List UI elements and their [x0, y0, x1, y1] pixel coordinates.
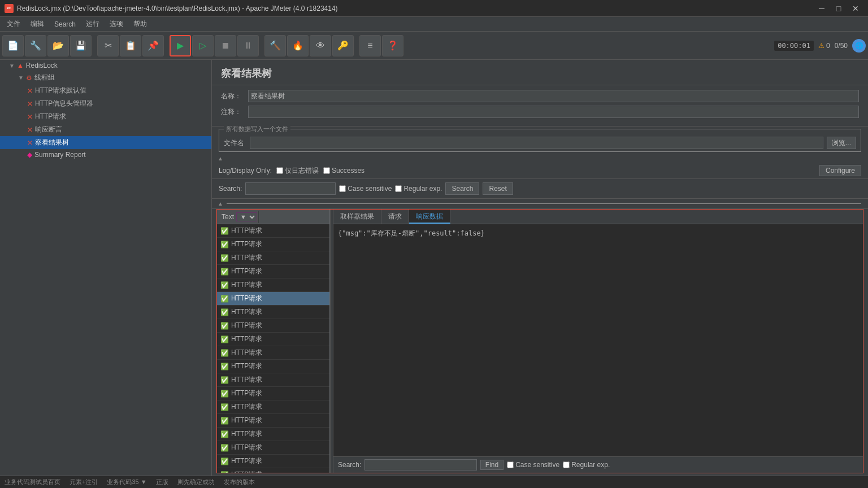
- key-button[interactable]: 🔑: [332, 35, 354, 56]
- menu-edit[interactable]: 编辑: [26, 18, 49, 30]
- result-item-1[interactable]: ✅ HTTP请求: [217, 238, 329, 251]
- sidebar-item-view-results[interactable]: ✕ 察看结果树: [0, 136, 211, 149]
- sidebar-item-redislock[interactable]: ▼ ▲ RedisLock: [0, 60, 211, 71]
- stop-button[interactable]: ⏹: [215, 35, 236, 56]
- status-text-5: 发布的版本: [224, 478, 255, 486]
- start-button[interactable]: ▶: [170, 35, 191, 56]
- menu-file[interactable]: 文件: [2, 18, 25, 30]
- result-item-2[interactable]: ✅ HTTP请求: [217, 251, 329, 265]
- sidebar-item-http-default[interactable]: ✕ HTTP请求默认值: [0, 84, 211, 97]
- http-header-icon: ✕: [27, 100, 33, 108]
- result-item-12[interactable]: ✅ HTTP请求: [217, 387, 329, 400]
- copy-button[interactable]: 📋: [120, 35, 141, 56]
- case-sensitive-checkbox[interactable]: [339, 185, 346, 192]
- result-item-14[interactable]: ✅ HTTP请求: [217, 414, 329, 428]
- configure-button[interactable]: Configure: [819, 165, 861, 176]
- result-item-16[interactable]: ✅ HTTP请求: [217, 441, 329, 455]
- result-item-7[interactable]: ✅ HTTP请求: [217, 319, 329, 333]
- result-item-5[interactable]: ✅ HTTP请求: [217, 292, 329, 306]
- list-button[interactable]: ≡: [359, 35, 381, 56]
- sidebar-item-threadgroup[interactable]: ▼ ⚙ 线程组: [0, 71, 211, 84]
- case-sensitive-label[interactable]: Case sensitive: [339, 185, 392, 193]
- result-item-15[interactable]: ✅ HTTP请求: [217, 428, 329, 441]
- regex-checkbox[interactable]: [395, 185, 402, 192]
- errors-label: 仅日志错误: [285, 166, 319, 176]
- menu-search[interactable]: Search: [50, 19, 80, 29]
- browse-button[interactable]: 浏览...: [827, 137, 856, 149]
- broom-button[interactable]: 🔥: [287, 35, 309, 56]
- successes-checkbox[interactable]: [323, 167, 330, 174]
- start-no-pause-button[interactable]: ▷: [192, 35, 214, 56]
- result-label-0: HTTP请求: [231, 226, 262, 236]
- bottom-case-label[interactable]: Case sensitive: [507, 461, 559, 469]
- result-icon-6: ✅: [220, 308, 229, 316]
- result-item-3[interactable]: ✅ HTTP请求: [217, 265, 329, 278]
- sidebar-item-http-request[interactable]: ✕ HTTP请求: [0, 110, 211, 123]
- result-icon-4: ✅: [220, 281, 229, 289]
- name-input[interactable]: [248, 90, 859, 102]
- paste-button[interactable]: 📌: [142, 35, 164, 56]
- result-item-17[interactable]: ✅ HTTP请求: [217, 455, 329, 468]
- result-label-10: HTTP请求: [231, 361, 262, 371]
- result-item-0[interactable]: ✅ HTTP请求: [217, 224, 329, 238]
- successes-checkbox-label[interactable]: Successes: [323, 167, 364, 175]
- bottom-case-checkbox[interactable]: [507, 461, 514, 468]
- result-icon-7: ✅: [220, 322, 229, 330]
- result-label-7: HTTP请求: [231, 321, 262, 330]
- tab-sampler-result[interactable]: 取样器结果: [333, 210, 381, 224]
- bottom-regex-label[interactable]: Regular exp.: [563, 461, 610, 469]
- result-label-5: HTTP请求: [231, 294, 262, 303]
- name-row: 名称：: [221, 90, 859, 102]
- redislock-icon: ▲: [17, 62, 24, 69]
- search-input[interactable]: [245, 182, 336, 195]
- reset-button[interactable]: Reset: [483, 182, 513, 195]
- result-item-18[interactable]: ✅ HTTP请求: [217, 468, 329, 473]
- menu-run[interactable]: 运行: [81, 18, 104, 30]
- result-item-10[interactable]: ✅ HTTP请求: [217, 360, 329, 373]
- tree-arrow-tg: ▼: [18, 75, 24, 81]
- tab-request[interactable]: 请求: [381, 210, 409, 224]
- collapse-btn[interactable]: ▲: [216, 155, 224, 162]
- result-item-6[interactable]: ✅ HTTP请求: [217, 306, 329, 319]
- bottom-regex-checkbox[interactable]: [563, 461, 570, 468]
- result-item-13[interactable]: ✅ HTTP请求: [217, 400, 329, 414]
- result-item-11[interactable]: ✅ HTTP请求: [217, 373, 329, 387]
- file-input[interactable]: [250, 137, 823, 149]
- shutdown-button[interactable]: ⏸: [237, 35, 259, 56]
- result-item-8[interactable]: ✅ HTTP请求: [217, 333, 329, 346]
- errors-checkbox[interactable]: [276, 167, 283, 174]
- timer-display: 00:00:01: [774, 41, 814, 51]
- total-count: 0/50: [835, 42, 848, 50]
- menu-help[interactable]: 帮助: [129, 18, 151, 30]
- help-button[interactable]: ❓: [382, 35, 403, 56]
- find-button[interactable]: Find: [480, 460, 504, 470]
- sidebar-item-summary-report[interactable]: ◆ Summary Report: [0, 149, 211, 160]
- col-dropdown[interactable]: ▼: [236, 212, 257, 221]
- open-button[interactable]: 📂: [47, 35, 69, 56]
- tab-response-data[interactable]: 响应数据: [409, 210, 450, 224]
- expand-btn[interactable]: ▲: [216, 200, 224, 207]
- maximize-button[interactable]: □: [831, 2, 847, 15]
- search-label: Search:: [219, 185, 242, 193]
- build-button[interactable]: 🔨: [264, 35, 286, 56]
- minimize-button[interactable]: ─: [814, 2, 830, 15]
- template-button[interactable]: 🔧: [25, 35, 46, 56]
- view-button[interactable]: 👁: [310, 35, 331, 56]
- result-item-9[interactable]: ✅ HTTP请求: [217, 346, 329, 360]
- comment-input[interactable]: [248, 106, 859, 118]
- sidebar-item-assertion[interactable]: ✕ 响应断言: [0, 123, 211, 136]
- new-button[interactable]: 📄: [2, 35, 24, 56]
- main-layout: ▼ ▲ RedisLock ▼ ⚙ 线程组 ✕ HTTP请求默认值 ✕ HTTP…: [0, 60, 868, 476]
- close-button[interactable]: ✕: [848, 2, 863, 15]
- menu-options[interactable]: 选项: [105, 18, 128, 30]
- result-item-4[interactable]: ✅ HTTP请求: [217, 278, 329, 292]
- result-icon-0: ✅: [220, 227, 229, 235]
- save-button[interactable]: 💾: [70, 35, 92, 56]
- search-button[interactable]: Search: [445, 182, 479, 195]
- window-title: RedisLock.jmx (D:\DevTool\apache-jmeter-…: [17, 5, 338, 12]
- cut-button[interactable]: ✂: [97, 35, 119, 56]
- errors-checkbox-label[interactable]: 仅日志错误: [276, 166, 319, 176]
- regex-label[interactable]: Regular exp.: [395, 185, 442, 193]
- bottom-search-input[interactable]: [364, 459, 476, 470]
- sidebar-item-http-header[interactable]: ✕ HTTP信息头管理器: [0, 97, 211, 110]
